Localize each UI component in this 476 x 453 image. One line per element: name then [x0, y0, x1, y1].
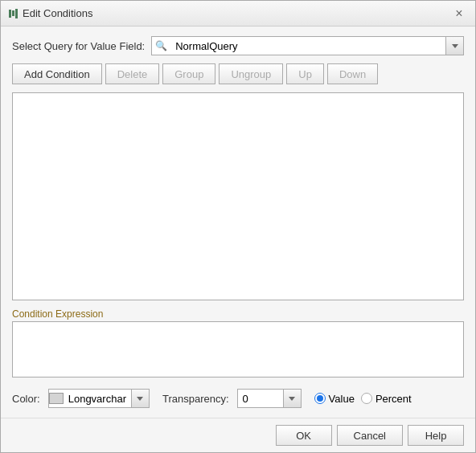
- condition-expression-section: Condition Expression: [12, 308, 464, 378]
- dialog-content: Select Query for Value Field: 🔍 NormalQu…: [1, 27, 475, 418]
- query-row: Select Query for Value Field: 🔍 NormalQu…: [12, 36, 464, 55]
- query-label: Select Query for Value Field:: [12, 40, 145, 52]
- transparency-select[interactable]: 0: [237, 389, 302, 408]
- close-button[interactable]: ×: [451, 6, 467, 22]
- color-label: Color:: [12, 393, 40, 405]
- radio-value-item[interactable]: Value: [314, 393, 355, 405]
- radio-group: Value Percent: [314, 393, 412, 405]
- toolbar: Add Condition Delete Group Ungroup Up Do…: [12, 63, 464, 84]
- ok-button[interactable]: OK: [276, 425, 332, 446]
- query-select-arrow: [445, 37, 463, 55]
- radio-value-circle: [314, 393, 326, 404]
- title-bar-left: Edit Conditions: [9, 7, 92, 19]
- color-select-arrow: [131, 390, 149, 407]
- condition-expression-label: Condition Expression: [12, 308, 464, 320]
- radio-value-label: Value: [329, 393, 355, 405]
- chevron-down-icon: [452, 44, 458, 48]
- ungroup-button[interactable]: Ungroup: [219, 63, 283, 84]
- color-select[interactable]: Longvarchar: [48, 389, 150, 408]
- chevron-down-icon: [137, 397, 143, 401]
- up-button[interactable]: Up: [286, 63, 324, 84]
- title-bar: Edit Conditions ×: [1, 1, 475, 27]
- condition-expression-box[interactable]: [12, 321, 464, 378]
- icon-bar1: [9, 10, 11, 18]
- icon-bar2: [12, 10, 14, 16]
- radio-percent-circle: [361, 393, 372, 404]
- transparency-value: 0: [238, 393, 283, 405]
- bottom-controls: Color: Longvarchar Transparency: 0 Value: [12, 386, 464, 408]
- transparency-select-arrow: [283, 390, 301, 407]
- delete-button[interactable]: Delete: [105, 63, 160, 84]
- dialog-icon: [9, 9, 18, 18]
- down-button[interactable]: Down: [327, 63, 378, 84]
- color-value: Longvarchar: [64, 393, 131, 405]
- add-condition-button[interactable]: Add Condition: [12, 63, 102, 84]
- transparency-label: Transparency:: [162, 393, 229, 405]
- conditions-area: [12, 92, 464, 300]
- dialog-title: Edit Conditions: [23, 7, 92, 19]
- query-selected-value: NormalQuery: [170, 40, 445, 52]
- edit-conditions-dialog: Edit Conditions × Select Query for Value…: [0, 0, 476, 453]
- chevron-down-icon: [289, 397, 295, 401]
- group-button[interactable]: Group: [162, 63, 215, 84]
- search-icon: 🔍: [152, 40, 170, 51]
- radio-percent-item[interactable]: Percent: [361, 393, 412, 405]
- radio-percent-label: Percent: [375, 393, 412, 405]
- icon-bar3: [15, 9, 18, 18]
- help-button[interactable]: Help: [408, 425, 464, 446]
- dialog-footer: OK Cancel Help: [1, 418, 475, 452]
- query-select[interactable]: 🔍 NormalQuery: [151, 36, 464, 55]
- cancel-button[interactable]: Cancel: [337, 425, 403, 446]
- color-swatch: [49, 393, 64, 404]
